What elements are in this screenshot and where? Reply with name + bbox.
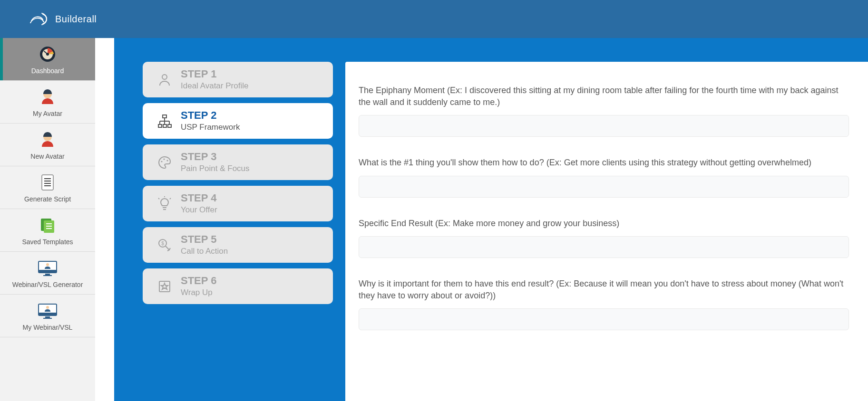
svg-point-20	[46, 263, 49, 266]
avatar-icon	[39, 130, 57, 150]
sidebar-item-label: My Avatar	[33, 110, 62, 117]
svg-rect-24	[43, 318, 52, 319]
topbar: Builderall	[0, 0, 868, 38]
svg-line-43	[170, 198, 171, 199]
svg-point-38	[166, 160, 168, 161]
sidebar-item-my-avatar[interactable]: My Avatar	[0, 81, 95, 124]
step-3[interactable]: STEP 3 Pain Point & Focus	[143, 144, 333, 180]
gauge-icon	[38, 44, 57, 64]
monitor-icon	[37, 301, 59, 321]
field-label: What is the #1 thing you'll show them ho…	[359, 157, 849, 169]
step-title: STEP 2	[181, 110, 240, 121]
step-title: STEP 5	[181, 234, 228, 245]
step-title: STEP 1	[181, 68, 248, 80]
svg-point-37	[163, 158, 165, 160]
stack-icon	[38, 215, 57, 235]
end-result-input[interactable]	[359, 236, 849, 258]
svg-rect-23	[45, 316, 50, 318]
svg-rect-22	[39, 313, 57, 315]
sitemap-icon	[153, 114, 176, 129]
step-5[interactable]: $ STEP 5 Call to Action	[143, 227, 333, 263]
sidebar-item-label: New Avatar	[30, 153, 64, 160]
field-end-result: Specific End Result (Ex: Make more money…	[359, 218, 849, 258]
sidebar-item-label: Generate Script	[24, 195, 71, 203]
svg-point-26	[162, 75, 167, 79]
monitor-icon	[37, 258, 59, 278]
step-4[interactable]: STEP 4 Your Offer	[143, 186, 333, 221]
field-label: Specific End Result (Ex: Make more money…	[359, 218, 849, 229]
svg-text:$: $	[161, 241, 164, 246]
step-subtitle: Pain Point & Focus	[181, 164, 250, 173]
step-2[interactable]: STEP 2 USP Framework	[143, 103, 333, 139]
importance-input[interactable]	[359, 308, 849, 330]
sidebar-item-label: My Webinar/VSL	[23, 324, 73, 331]
step-subtitle: Wrap Up	[181, 288, 216, 297]
lightbulb-icon	[153, 196, 176, 211]
step-6[interactable]: STEP 6 Wrap Up	[143, 268, 333, 304]
brand-logo-icon	[29, 10, 49, 28]
content-panel: STEP 1 Ideal Avatar Profile	[114, 38, 868, 401]
step-subtitle: Call to Action	[181, 247, 228, 256]
epiphany-input[interactable]	[359, 115, 849, 137]
step-title: STEP 3	[181, 151, 250, 162]
money-icon: $	[153, 238, 176, 253]
field-label: Why is it important for them to have thi…	[359, 278, 849, 302]
field-number-one: What is the #1 thing you'll show them ho…	[359, 157, 849, 197]
svg-rect-6	[42, 175, 53, 190]
sidebar-item-label: Webinar/VSL Generator	[12, 281, 83, 288]
step-subtitle: Ideal Avatar Profile	[181, 81, 248, 91]
brand-logo-text: Builderall	[55, 14, 97, 25]
sidebar: Dashboard My Avatar New Avatar	[0, 38, 95, 401]
sidebar-item-label: Saved Templates	[22, 238, 73, 246]
form-panel: The Epiphany Moment (Ex: I discovered th…	[345, 62, 868, 401]
sidebar-item-label: Dashboard	[31, 67, 64, 75]
number-one-input[interactable]	[359, 176, 849, 198]
svg-rect-28	[158, 124, 162, 127]
sidebar-item-generate-script[interactable]: Generate Script	[0, 166, 95, 209]
sidebar-item-my-webinar[interactable]: My Webinar/VSL	[0, 295, 95, 337]
sidebar-item-saved-templates[interactable]: Saved Templates	[0, 209, 95, 252]
step-title: STEP 6	[181, 275, 216, 286]
sidebar-item-new-avatar[interactable]: New Avatar	[0, 124, 95, 166]
step-1[interactable]: STEP 1 Ideal Avatar Profile	[143, 62, 333, 97]
svg-rect-30	[168, 124, 171, 127]
svg-rect-17	[39, 270, 57, 273]
sidebar-item-webinar-generator[interactable]: Webinar/VSL Generator	[0, 252, 95, 295]
person-icon	[153, 72, 176, 87]
svg-point-25	[46, 306, 49, 309]
sidebar-item-dashboard[interactable]: Dashboard	[0, 38, 95, 81]
star-box-icon	[153, 279, 176, 294]
svg-rect-27	[163, 115, 166, 118]
field-label: The Epiphany Moment (Ex: I discovered th…	[359, 85, 849, 108]
svg-point-36	[161, 161, 162, 162]
wizard-stepper: STEP 1 Ideal Avatar Profile	[143, 62, 333, 401]
svg-line-42	[158, 198, 159, 199]
avatar-icon	[39, 87, 57, 107]
gutter	[95, 38, 114, 401]
svg-rect-19	[43, 275, 52, 276]
brand-logo[interactable]: Builderall	[29, 10, 97, 28]
field-importance: Why is it important for them to have thi…	[359, 278, 849, 330]
step-subtitle: Your Offer	[181, 205, 217, 215]
main: STEP 1 Ideal Avatar Profile	[95, 38, 868, 401]
svg-rect-18	[45, 274, 50, 275]
field-epiphany: The Epiphany Moment (Ex: I discovered th…	[359, 85, 849, 137]
document-icon	[39, 172, 56, 192]
step-subtitle: USP Framework	[181, 123, 240, 132]
step-title: STEP 4	[181, 192, 217, 204]
svg-rect-29	[163, 124, 166, 127]
palette-icon	[153, 155, 176, 170]
